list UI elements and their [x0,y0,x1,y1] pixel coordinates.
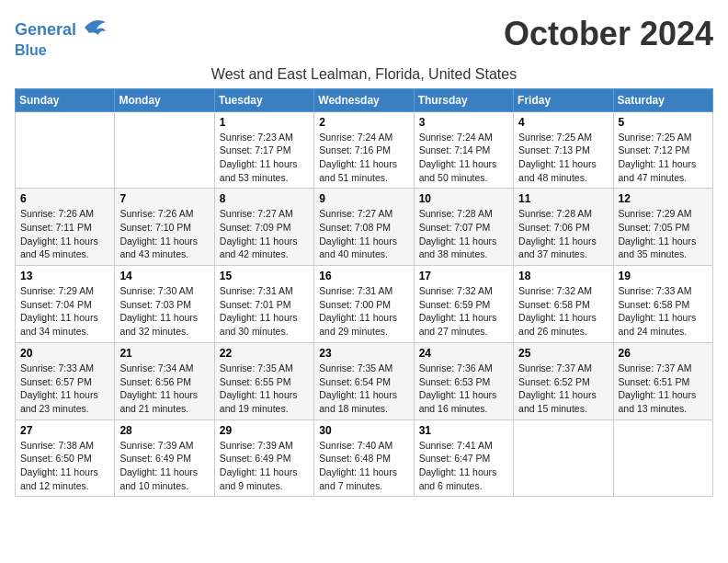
day-info: Sunrise: 7:33 AM Sunset: 6:57 PM Dayligh… [20,362,109,416]
day-info: Sunrise: 7:38 AM Sunset: 6:50 PM Dayligh… [20,439,109,493]
calendar-cell [16,111,115,189]
day-number: 7 [119,192,209,205]
day-number: 27 [20,424,109,437]
calendar-cell: 6Sunrise: 7:26 AM Sunset: 7:11 PM Daylig… [16,189,115,266]
day-info: Sunrise: 7:35 AM Sunset: 6:54 PM Dayligh… [319,362,408,416]
day-info: Sunrise: 7:25 AM Sunset: 7:12 PM Dayligh… [619,131,708,185]
day-number: 28 [119,424,209,437]
location-title: West and East Lealman, Florida, United S… [15,66,713,83]
day-header-saturday: Saturday [613,88,712,111]
calendar-cell: 15Sunrise: 7:31 AM Sunset: 7:01 PM Dayli… [214,266,313,343]
day-info: Sunrise: 7:30 AM Sunset: 7:03 PM Dayligh… [119,284,209,339]
day-info: Sunrise: 7:36 AM Sunset: 6:53 PM Dayligh… [419,362,508,416]
day-header-sunday: Sunday [16,88,115,111]
calendar-cell: 31Sunrise: 7:41 AM Sunset: 6:47 PM Dayli… [414,419,513,497]
logo-text: General [15,21,76,40]
day-number: 12 [619,192,708,205]
calendar-week-5: 27Sunrise: 7:38 AM Sunset: 6:50 PM Dayli… [16,419,713,497]
logo-blue: Blue [15,42,47,59]
day-number: 13 [20,270,109,282]
calendar-cell: 10Sunrise: 7:28 AM Sunset: 7:07 PM Dayli… [414,189,513,266]
day-number: 4 [518,116,608,129]
calendar-cell: 1Sunrise: 7:23 AM Sunset: 7:17 PM Daylig… [214,111,313,189]
day-number: 26 [619,347,708,360]
title-block: October 2024 [504,15,713,53]
header: General Blue October 2024 [15,15,713,59]
day-info: Sunrise: 7:27 AM Sunset: 7:08 PM Dayligh… [319,207,408,261]
day-number: 30 [319,424,408,437]
day-info: Sunrise: 7:28 AM Sunset: 7:06 PM Dayligh… [518,207,608,261]
calendar-cell: 22Sunrise: 7:35 AM Sunset: 6:55 PM Dayli… [214,342,313,419]
day-number: 16 [319,270,408,282]
day-number: 25 [518,347,608,360]
day-number: 24 [419,347,508,360]
calendar-cell: 28Sunrise: 7:39 AM Sunset: 6:49 PM Dayli… [115,419,214,497]
day-number: 2 [319,116,408,129]
day-header-tuesday: Tuesday [214,88,313,111]
day-header-thursday: Thursday [414,88,513,111]
day-number: 11 [518,192,608,205]
calendar-cell: 25Sunrise: 7:37 AM Sunset: 6:52 PM Dayli… [514,342,613,419]
day-info: Sunrise: 7:33 AM Sunset: 6:58 PM Dayligh… [619,284,708,339]
day-number: 10 [419,192,508,205]
calendar-cell: 30Sunrise: 7:40 AM Sunset: 6:48 PM Dayli… [314,419,414,497]
calendar-cell: 4Sunrise: 7:25 AM Sunset: 7:13 PM Daylig… [514,111,613,189]
day-number: 29 [220,424,309,437]
calendar-cell: 7Sunrise: 7:26 AM Sunset: 7:10 PM Daylig… [115,189,214,266]
calendar-cell [115,111,214,189]
day-number: 20 [20,347,109,360]
calendar-week-4: 20Sunrise: 7:33 AM Sunset: 6:57 PM Dayli… [16,342,713,419]
calendar-cell: 29Sunrise: 7:39 AM Sunset: 6:49 PM Dayli… [214,419,313,497]
calendar-cell: 11Sunrise: 7:28 AM Sunset: 7:06 PM Dayli… [514,189,613,266]
calendar-cell: 18Sunrise: 7:32 AM Sunset: 6:58 PM Dayli… [514,266,613,343]
calendar-cell [514,419,613,497]
day-number: 18 [518,270,608,282]
day-header-friday: Friday [514,88,613,111]
day-info: Sunrise: 7:37 AM Sunset: 6:51 PM Dayligh… [619,362,708,416]
day-number: 1 [220,116,309,129]
calendar-cell: 9Sunrise: 7:27 AM Sunset: 7:08 PM Daylig… [314,189,414,266]
day-info: Sunrise: 7:32 AM Sunset: 6:59 PM Dayligh… [419,284,508,339]
day-info: Sunrise: 7:35 AM Sunset: 6:55 PM Dayligh… [220,362,309,416]
day-info: Sunrise: 7:29 AM Sunset: 7:04 PM Dayligh… [20,284,109,339]
day-info: Sunrise: 7:39 AM Sunset: 6:49 PM Dayligh… [220,439,309,493]
day-info: Sunrise: 7:29 AM Sunset: 7:05 PM Dayligh… [619,207,708,261]
day-info: Sunrise: 7:24 AM Sunset: 7:14 PM Dayligh… [419,131,508,185]
calendar-cell: 2Sunrise: 7:24 AM Sunset: 7:16 PM Daylig… [314,111,414,189]
day-number: 9 [319,192,408,205]
calendar: SundayMondayTuesdayWednesdayThursdayFrid… [15,88,713,498]
month-title: October 2024 [504,15,713,53]
day-info: Sunrise: 7:24 AM Sunset: 7:16 PM Dayligh… [319,131,408,185]
calendar-cell: 19Sunrise: 7:33 AM Sunset: 6:58 PM Dayli… [613,266,712,343]
calendar-cell: 20Sunrise: 7:33 AM Sunset: 6:57 PM Dayli… [16,342,115,419]
day-number: 17 [419,270,508,282]
day-number: 8 [220,192,309,205]
calendar-cell: 26Sunrise: 7:37 AM Sunset: 6:51 PM Dayli… [613,342,712,419]
calendar-cell [613,419,712,497]
calendar-cell: 3Sunrise: 7:24 AM Sunset: 7:14 PM Daylig… [414,111,513,189]
calendar-cell: 12Sunrise: 7:29 AM Sunset: 7:05 PM Dayli… [613,189,712,266]
calendar-cell: 13Sunrise: 7:29 AM Sunset: 7:04 PM Dayli… [16,266,115,343]
day-info: Sunrise: 7:37 AM Sunset: 6:52 PM Dayligh… [518,362,608,416]
day-info: Sunrise: 7:40 AM Sunset: 6:48 PM Dayligh… [319,439,408,493]
day-info: Sunrise: 7:26 AM Sunset: 7:11 PM Dayligh… [20,207,109,261]
calendar-cell: 16Sunrise: 7:31 AM Sunset: 7:00 PM Dayli… [314,266,414,343]
calendar-header: SundayMondayTuesdayWednesdayThursdayFrid… [16,88,713,111]
calendar-cell: 24Sunrise: 7:36 AM Sunset: 6:53 PM Dayli… [414,342,513,419]
day-number: 22 [220,347,309,360]
calendar-cell: 17Sunrise: 7:32 AM Sunset: 6:59 PM Dayli… [414,266,513,343]
calendar-cell: 8Sunrise: 7:27 AM Sunset: 7:09 PM Daylig… [214,189,313,266]
day-number: 15 [220,270,309,282]
day-info: Sunrise: 7:39 AM Sunset: 6:49 PM Dayligh… [119,439,209,493]
day-number: 31 [419,424,508,437]
calendar-cell: 5Sunrise: 7:25 AM Sunset: 7:12 PM Daylig… [613,111,712,189]
calendar-cell: 21Sunrise: 7:34 AM Sunset: 6:56 PM Dayli… [115,342,214,419]
day-info: Sunrise: 7:41 AM Sunset: 6:47 PM Dayligh… [419,439,508,493]
calendar-cell: 23Sunrise: 7:35 AM Sunset: 6:54 PM Dayli… [314,342,414,419]
calendar-week-2: 6Sunrise: 7:26 AM Sunset: 7:11 PM Daylig… [16,189,713,266]
day-number: 23 [319,347,408,360]
day-info: Sunrise: 7:32 AM Sunset: 6:58 PM Dayligh… [518,284,608,339]
day-info: Sunrise: 7:31 AM Sunset: 7:00 PM Dayligh… [319,284,408,339]
day-info: Sunrise: 7:28 AM Sunset: 7:07 PM Dayligh… [419,207,508,261]
day-info: Sunrise: 7:27 AM Sunset: 7:09 PM Dayligh… [220,207,309,261]
